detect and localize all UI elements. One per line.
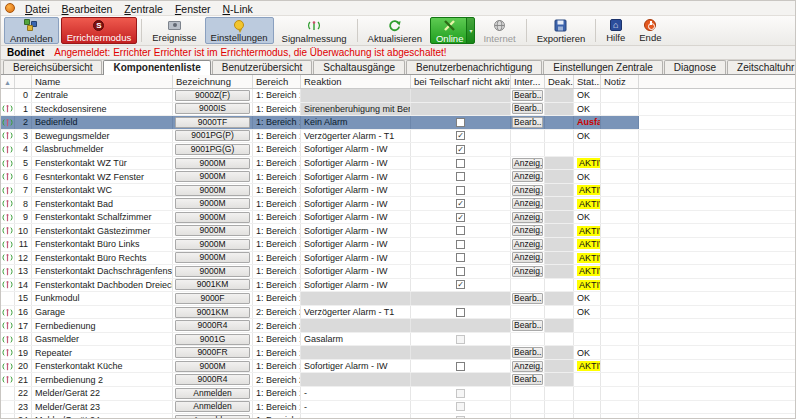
model-button[interactable]: Anmelden xyxy=(175,388,250,399)
intern-button[interactable]: Anzeig... xyxy=(512,185,543,196)
teilscharf-checkbox[interactable] xyxy=(456,308,465,317)
signalmessung-button[interactable]: Signalmessung xyxy=(276,17,353,44)
exportieren-button[interactable]: Exportieren xyxy=(531,17,592,44)
table-row[interactable]: 11Fensterkontakt Büro Links9000M1: Berei… xyxy=(1,238,795,252)
model-button[interactable]: 9000M xyxy=(175,171,250,182)
table-row[interactable]: 8Fensterkontakt Bad9000M1: Bereich 1Sofo… xyxy=(1,197,795,211)
model-button[interactable]: 9000R4 xyxy=(175,374,250,385)
teilscharf-checkbox[interactable]: ✓ xyxy=(456,145,465,154)
header-bereich[interactable]: Bereich xyxy=(253,75,301,88)
tab-bereichsübersicht[interactable]: Bereichsübersicht xyxy=(3,60,102,74)
internet-button[interactable]: Internet xyxy=(477,17,521,44)
teilscharf-checkbox[interactable]: ✓ xyxy=(456,199,465,208)
intern-button[interactable]: Bearb... xyxy=(512,374,543,385)
teilscharf-checkbox[interactable]: ✓ xyxy=(456,131,465,140)
table-row[interactable]: 3Bewegungsmelder9001PG(P)1: Bereich 1Ver… xyxy=(1,130,795,144)
intern-button[interactable]: Bearb... xyxy=(512,117,543,128)
aktualisieren-button[interactable]: Aktualisieren xyxy=(362,17,428,44)
model-button[interactable]: 9001PG(P) xyxy=(175,130,250,141)
teilscharf-checkbox[interactable]: ✓ xyxy=(456,280,465,289)
intern-button[interactable]: Anzeig... xyxy=(512,266,543,277)
table-row[interactable]: 24Melder/Gerät 24Anmelden1: Bereich 1- xyxy=(1,414,795,418)
table-row[interactable]: 15Funkmodul9000F1: Bereich 1Bearb...OK xyxy=(1,292,795,306)
header-notiz[interactable]: Notiz xyxy=(601,75,639,88)
table-row[interactable]: 4Glasbruchmelder9001PG(G)1: Bereich 1Sof… xyxy=(1,143,795,157)
teilscharf-checkbox[interactable] xyxy=(456,186,465,195)
teilscharf-checkbox[interactable] xyxy=(456,389,465,398)
teilscharf-checkbox[interactable] xyxy=(456,226,465,235)
ende-button[interactable]: Ende xyxy=(633,17,667,44)
model-button[interactable]: 9000M xyxy=(175,361,250,372)
menu-item-fenster[interactable]: Fenster xyxy=(169,3,217,15)
table-row[interactable]: 19Repeater9000FR1: Bereich 1Bearb...OK xyxy=(1,346,795,360)
header-deaktiviert[interactable]: Deak... xyxy=(545,75,574,88)
hilfe-button[interactable]: ⌂Hilfe xyxy=(600,17,631,44)
menu-item-zentrale[interactable]: Zentrale xyxy=(118,3,169,15)
header-bezeichnung[interactable]: Bezeichnung xyxy=(173,75,253,88)
model-button[interactable]: 9000M xyxy=(175,158,250,169)
intern-button[interactable]: Anzeig... xyxy=(512,239,543,250)
model-button[interactable]: 9000M xyxy=(175,212,250,223)
tab-benutzerbenachrichtigung[interactable]: Benutzerbenachrichtigung xyxy=(406,60,542,74)
tab-benutzerübersicht[interactable]: Benutzerübersicht xyxy=(212,60,313,74)
teilscharf-checkbox[interactable] xyxy=(456,253,465,262)
teilscharf-checkbox[interactable] xyxy=(456,335,465,344)
table-row[interactable]: 1Steckdosensirene9000IS1: Bereich 1Siren… xyxy=(1,103,795,117)
teilscharf-checkbox[interactable] xyxy=(456,402,465,411)
table-row[interactable]: 20Fensterkontakt Küche9000M1: Bereich 1S… xyxy=(1,360,795,374)
online-button[interactable]: Online▾ xyxy=(430,17,475,44)
intern-button[interactable]: Bearb... xyxy=(512,103,543,114)
errichtermodus-button[interactable]: SErrichtermodus xyxy=(61,17,137,44)
header-name[interactable]: Name xyxy=(32,75,173,88)
table-row[interactable]: 10Fensterkontakt Gästezimmer9000M1: Bere… xyxy=(1,224,795,238)
header-reaktion[interactable]: Reaktion xyxy=(301,75,411,88)
table-row[interactable]: 22Melder/Gerät 22Anmelden1: Bereich 1- xyxy=(1,387,795,401)
intern-button[interactable]: Bearb... xyxy=(512,347,543,358)
tab-diagnose[interactable]: Diagnose xyxy=(664,60,726,74)
model-button[interactable]: 9000Z(F) xyxy=(175,90,250,101)
model-button[interactable]: 9000M xyxy=(175,266,250,277)
teilscharf-checkbox[interactable] xyxy=(456,159,465,168)
teilscharf-checkbox[interactable]: ✓ xyxy=(456,213,465,222)
table-row[interactable]: 12Fensterkontakt Büro Rechts9000M1: Bere… xyxy=(1,252,795,266)
intern-button[interactable]: Anzeig... xyxy=(512,171,543,182)
table-row[interactable]: 7Fensterkontakt WC9000M1: Bereich 1Sofor… xyxy=(1,184,795,198)
intern-button[interactable]: Anzeig... xyxy=(512,361,543,372)
teilscharf-checkbox[interactable] xyxy=(456,267,465,276)
table-row[interactable]: 13Fensterkontakt Dachschrägenfenster9000… xyxy=(1,265,795,279)
table-row[interactable]: 9Fensterkontakt Schalfzimmer9000M1: Bere… xyxy=(1,211,795,225)
model-button[interactable]: Anmelden xyxy=(175,415,250,418)
model-button[interactable]: 9001KM xyxy=(175,307,250,318)
table-row[interactable]: 21Fernbedienung 29000R42: Bereich 2Bearb… xyxy=(1,373,795,387)
model-button[interactable]: 9000M xyxy=(175,225,250,236)
table-row[interactable]: 2Bedienfeld9000TF1: Bereich 1Kein AlarmB… xyxy=(1,116,795,130)
model-button[interactable]: 9000M xyxy=(175,252,250,263)
intern-button[interactable]: Bearb... xyxy=(512,320,543,331)
model-button[interactable]: 9001G xyxy=(175,334,250,345)
tab-schaltausgänge[interactable]: Schaltausgänge xyxy=(313,60,405,74)
intern-button[interactable]: Anzeig... xyxy=(512,252,543,263)
einstellungen-button[interactable]: Einstellungen xyxy=(205,17,274,44)
online-dropdown-arrow[interactable]: ▾ xyxy=(466,18,474,43)
intern-button[interactable]: Anzeig... xyxy=(512,212,543,223)
teilscharf-checkbox[interactable] xyxy=(456,172,465,181)
menu-item-bearbeiten[interactable]: Bearbeiten xyxy=(56,3,119,15)
tab-zeitschaltuhr[interactable]: Zeitschaltuhr xyxy=(727,60,796,74)
menu-item-datei[interactable]: Datei xyxy=(19,3,56,15)
intern-button[interactable]: Bearb... xyxy=(512,293,543,304)
model-button[interactable]: 9000F xyxy=(175,293,250,304)
menu-item-n-link[interactable]: N-Link xyxy=(216,3,258,15)
table-row[interactable]: 14Fensterkontakt Dachboden Dreiecksfenst… xyxy=(1,279,795,293)
intern-button[interactable]: Anzeig... xyxy=(512,158,543,169)
header-icon-col[interactable]: ▲ xyxy=(1,75,15,88)
teilscharf-checkbox[interactable] xyxy=(456,416,465,418)
model-button[interactable]: 9000FR xyxy=(175,347,250,358)
model-button[interactable]: 9000M xyxy=(175,185,250,196)
intern-button[interactable]: Anzeig... xyxy=(512,225,543,236)
model-button[interactable]: 9001PG(G) xyxy=(175,144,250,155)
model-button[interactable]: 9000IS xyxy=(175,103,250,114)
anmelden-button[interactable]: Anmelden xyxy=(4,17,59,44)
model-button[interactable]: 9001KM xyxy=(175,279,250,290)
model-button[interactable]: 9000M xyxy=(175,239,250,250)
teilscharf-checkbox[interactable] xyxy=(456,362,465,371)
